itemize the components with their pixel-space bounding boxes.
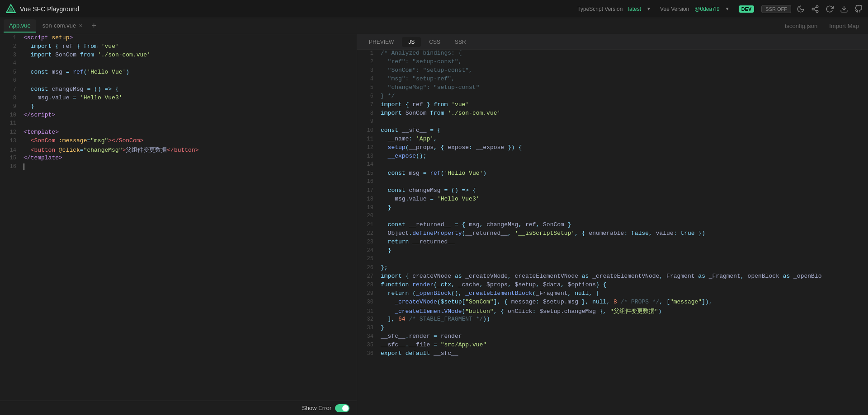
right-code-line-16: 16: [357, 178, 868, 187]
panel-tab-ssr[interactable]: SSR: [448, 37, 472, 47]
right-code-line-20: 20: [357, 213, 868, 221]
right-code-line-30: 30 _createVNode($setup["SonCom"], { mess…: [357, 298, 868, 307]
show-error-label: Show Error: [302, 405, 331, 411]
right-code-line-32: 32 ], 64 /* STABLE_FRAGMENT */)): [357, 316, 868, 324]
main-layout: 1<script setup>2 import { ref } from 'vu…: [0, 34, 868, 415]
right-code-line-33: 33}: [357, 324, 868, 333]
topbar-icons: [797, 5, 863, 13]
right-code-line-34: 34__sfc__.render = render: [357, 333, 868, 341]
right-code-line-19: 19 }: [357, 204, 868, 213]
panel-tab-css[interactable]: CSS: [423, 37, 447, 47]
refresh-icon[interactable]: [826, 5, 834, 13]
tab-son-com-vue[interactable]: son-com.vue ×: [37, 19, 88, 33]
right-code-line-26: 26};: [357, 264, 868, 273]
show-error-bar: Show Error: [0, 401, 357, 415]
right-code-line-17: 17 const changeMsg = () => {: [357, 187, 868, 196]
right-code-line-13: 13 __expose();: [357, 153, 868, 161]
tab-app-vue[interactable]: App.vue: [4, 19, 36, 33]
topbar: Vue SFC Playground TypeScript Version la…: [0, 0, 868, 18]
left-code-line-9: 9 }: [0, 103, 357, 112]
left-code-line-6: 6: [0, 77, 357, 86]
tab-app-vue-label: App.vue: [9, 22, 31, 29]
right-code-line-14: 14: [357, 161, 868, 170]
svg-line-6: [814, 7, 816, 8]
right-code-line-2: 2 "ref": "setup-const",: [357, 58, 868, 67]
right-code-line-23: 23 return __returned__: [357, 238, 868, 247]
tsconfig-tab[interactable]: tsconfig.json: [779, 23, 823, 29]
left-code-line-13: 13 <SonCom :message="msg"></SonCom>: [0, 137, 357, 146]
svg-point-4: [816, 10, 818, 13]
right-code-line-25: 25: [357, 256, 868, 264]
vue-logo-icon: [5, 4, 16, 14]
share-icon[interactable]: [811, 5, 819, 13]
right-code-line-10: 10const __sfc__ = {: [357, 127, 868, 135]
left-code-line-15: 15</template>: [0, 154, 357, 163]
typescript-version-value[interactable]: latest: [628, 6, 641, 12]
svg-line-5: [814, 9, 816, 11]
tab-son-com-vue-label: son-com.vue: [42, 22, 76, 29]
tab-son-com-vue-close[interactable]: ×: [79, 22, 82, 29]
left-code-line-4: 4: [0, 60, 357, 69]
right-code-line-4: 4 "msg": "setup-ref",: [357, 75, 868, 84]
right-code-line-21: 21 const __returned__ = { msg, changeMsg…: [357, 221, 868, 230]
ssr-badge[interactable]: SSR OFF: [761, 5, 791, 13]
moon-icon[interactable]: [797, 5, 805, 13]
left-code-line-10: 10</script>: [0, 112, 357, 120]
show-error-toggle[interactable]: [335, 404, 349, 412]
right-code-line-27: 27import { createVNode as _createVNode, …: [357, 273, 868, 281]
vue-version-label: Vue Version: [660, 6, 689, 12]
tabs-bar: App.vue son-com.vue × + tsconfig.json Im…: [0, 18, 868, 34]
right-code-line-31: 31 _createElementVNode("button", { onCli…: [357, 307, 868, 316]
right-code-line-36: 36export default __sfc__: [357, 350, 868, 359]
github-icon[interactable]: [854, 5, 863, 13]
svg-point-3: [812, 8, 814, 10]
right-code-line-7: 7import { ref } from 'vue': [357, 101, 868, 110]
left-code-line-7: 7 const changeMsg = () => {: [0, 86, 357, 94]
panel-tab-preview[interactable]: PREVIEW: [363, 37, 400, 47]
topbar-right: TypeScript Version latest ▼ Vue Version …: [577, 5, 863, 13]
left-code-line-11: 11: [0, 120, 357, 129]
vue-version-value[interactable]: @0dea7f9: [694, 6, 720, 12]
left-code-line-5: 5 const msg = ref('Hello Vue'): [0, 69, 357, 77]
left-code-line-3: 3 import SonCom from './son-com.vue': [0, 51, 357, 60]
right-code-line-22: 22 Object.defineProperty(__returned__, '…: [357, 230, 868, 238]
right-code-line-15: 15 const msg = ref('Hello Vue'): [357, 170, 868, 178]
left-editor: 1<script setup>2 import { ref } from 'vu…: [0, 34, 357, 415]
right-code-line-35: 35__sfc__.__file = "src/App.vue": [357, 341, 868, 350]
panel-tab-js[interactable]: JS: [402, 37, 421, 47]
vue-dropdown-icon[interactable]: ▼: [725, 6, 730, 11]
right-code-line-5: 5 "changeMsg": "setup-const": [357, 84, 868, 93]
add-tab-button[interactable]: +: [89, 22, 99, 31]
typescript-dropdown-icon[interactable]: ▼: [646, 6, 651, 11]
right-code-line-3: 3 "SonCom": "setup-const",: [357, 67, 868, 75]
right-code-line-28: 28function render(_ctx, _cache, $props, …: [357, 281, 868, 290]
left-code-line-12: 12<template>: [0, 129, 357, 137]
right-code-line-24: 24 }: [357, 247, 868, 256]
right-code-line-11: 11 __name: 'App',: [357, 135, 868, 144]
left-code-line-14: 14 <button @click="changeMsg">父组件变更数据</b…: [0, 146, 357, 154]
topbar-left: Vue SFC Playground: [5, 4, 79, 14]
right-code-area[interactable]: 1/* Analyzed bindings: {2 "ref": "setup-…: [357, 50, 868, 415]
right-code-line-9: 9: [357, 118, 868, 127]
dev-badge: DEV: [739, 5, 755, 13]
left-code-line-8: 8 msg.value = 'Hello Vue3': [0, 94, 357, 103]
left-code-line-1: 1<script setup>: [0, 34, 357, 43]
typescript-version-label: TypeScript Version: [577, 6, 623, 12]
right-panel: PREVIEW JS CSS SSR 1/* Analyzed bindings…: [357, 34, 868, 415]
left-code-line-16: 16: [0, 163, 357, 172]
svg-point-2: [816, 5, 818, 8]
right-code-line-12: 12 setup(__props, { expose: __expose }) …: [357, 144, 868, 153]
left-code-line-2: 2 import { ref } from 'vue': [0, 43, 357, 51]
import-map-tab[interactable]: Import Map: [824, 23, 864, 29]
right-code-line-6: 6} */: [357, 93, 868, 101]
right-code-line-29: 29 return (_openBlock(), _createElementB…: [357, 290, 868, 298]
panel-tabs: PREVIEW JS CSS SSR: [357, 34, 868, 50]
right-code-line-1: 1/* Analyzed bindings: {: [357, 50, 868, 58]
download-icon[interactable]: [840, 5, 848, 13]
right-code-line-8: 8import SonCom from './son-com.vue': [357, 110, 868, 118]
left-code-area[interactable]: 1<script setup>2 import { ref } from 'vu…: [0, 34, 357, 415]
right-code-line-18: 18 msg.value = 'Hello Vue3': [357, 196, 868, 204]
app-title: Vue SFC Playground: [20, 5, 79, 13]
